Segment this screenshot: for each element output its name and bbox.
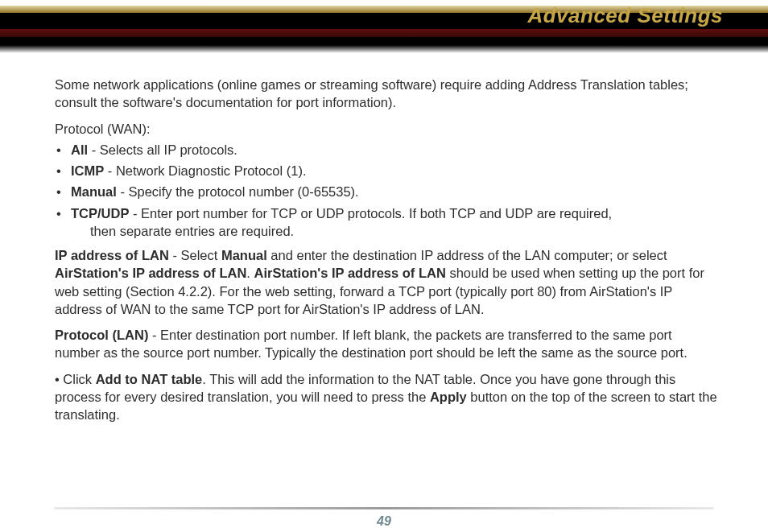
document-page: Advanced Settings Some network applicati… <box>0 0 768 532</box>
intro-paragraph: Some network applications (online games … <box>55 76 720 112</box>
ip-lan-t1: - Select <box>169 248 221 262</box>
desc-manual: - Specify the protocol number (0-65535). <box>117 184 359 199</box>
desc-tcpudp-2: then separate entries are required. <box>71 222 720 240</box>
desc-all: - Selects all IP protocols. <box>88 142 237 157</box>
nat-apply: Apply <box>430 390 467 404</box>
list-item-body: TCP/UDP - Enter port number for TCP or U… <box>71 204 720 241</box>
ip-lan-t3: . <box>246 266 254 280</box>
protocol-wan-label: Protocol (WAN): <box>55 120 720 138</box>
ip-lan-manual: Manual <box>221 248 267 262</box>
term-all: All <box>71 142 88 157</box>
page-title: Advanced Settings <box>527 3 723 28</box>
protocol-lan-paragraph: Protocol (LAN) - Enter destination port … <box>55 326 720 362</box>
nat-paragraph: • Click Add to NAT table. This will add … <box>55 370 720 424</box>
bullet-icon: • <box>56 162 71 179</box>
nat-add: Add to NAT table <box>96 372 203 386</box>
term-icmp: ICMP <box>71 163 104 178</box>
term-tcpudp: TCP/UDP <box>71 206 129 221</box>
term-manual: Manual <box>71 184 117 199</box>
ip-lan-t2: and enter the destination IP address of … <box>267 248 667 262</box>
protocol-list: • All - Selects all IP protocols. • ICMP… <box>55 141 720 240</box>
proto-lan-lead: Protocol (LAN) <box>55 328 148 342</box>
proto-lan-rest: - Enter destination port number. If left… <box>55 328 687 360</box>
list-item-body: All - Selects all IP protocols. <box>71 141 720 159</box>
list-item: • Manual - Specify the protocol number (… <box>56 183 720 200</box>
desc-tcpudp-1: - Enter port number for TCP or UDP proto… <box>129 206 612 221</box>
content-area: Some network applications (online games … <box>0 53 768 424</box>
ip-lan-lead: IP address of LAN <box>55 248 169 262</box>
bullet-icon: • <box>56 204 71 241</box>
list-item: • All - Selects all IP protocols. <box>56 141 720 159</box>
ip-lan-paragraph: IP address of LAN - Select Manual and en… <box>55 246 720 318</box>
bullet-icon: • <box>56 141 71 159</box>
list-item-body: ICMP - Network Diagnostic Protocol (1). <box>71 162 720 179</box>
ip-lan-air1: AirStation's IP address of LAN <box>55 266 246 280</box>
desc-icmp: - Network Diagnostic Protocol (1). <box>104 163 306 178</box>
nat-bullet: • Click <box>55 372 96 386</box>
page-number: 49 <box>0 514 768 529</box>
list-item: • ICMP - Network Diagnostic Protocol (1)… <box>56 162 720 179</box>
list-item: • TCP/UDP - Enter port number for TCP or… <box>56 204 720 241</box>
ip-lan-air2: AirStation's IP address of LAN <box>254 266 446 280</box>
footer: 49 <box>0 507 768 529</box>
list-item-body: Manual - Specify the protocol number (0-… <box>71 183 720 200</box>
footer-divider <box>54 507 714 509</box>
bullet-icon: • <box>56 183 71 200</box>
header-banner: Advanced Settings <box>0 0 768 53</box>
